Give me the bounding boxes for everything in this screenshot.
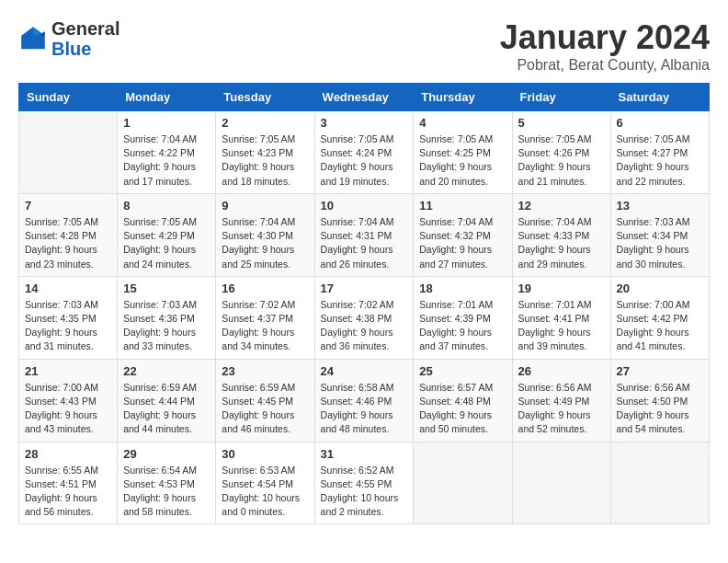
calendar-cell — [610, 442, 709, 524]
calendar-cell: 7Sunrise: 7:05 AMSunset: 4:28 PMDaylight… — [19, 193, 118, 276]
calendar-cell: 21Sunrise: 7:00 AMSunset: 4:43 PMDayligh… — [19, 359, 118, 442]
calendar-cell: 29Sunrise: 6:54 AMSunset: 4:53 PMDayligh… — [118, 442, 216, 524]
calendar-cell: 10Sunrise: 7:04 AMSunset: 4:31 PMDayligh… — [314, 193, 414, 276]
day-info: Sunrise: 7:04 AMSunset: 4:33 PMDaylight:… — [518, 215, 605, 271]
weekday-header: Thursday — [414, 84, 512, 111]
day-number: 26 — [518, 364, 605, 378]
day-info: Sunrise: 6:53 AMSunset: 4:54 PMDaylight:… — [222, 464, 308, 520]
day-number: 28 — [25, 447, 111, 461]
calendar-cell: 4Sunrise: 7:05 AMSunset: 4:25 PMDaylight… — [414, 111, 512, 194]
calendar-cell — [414, 442, 512, 524]
calendar-cell: 18Sunrise: 7:01 AMSunset: 4:39 PMDayligh… — [414, 276, 512, 359]
calendar-cell: 28Sunrise: 6:55 AMSunset: 4:51 PMDayligh… — [19, 442, 118, 524]
calendar-cell: 30Sunrise: 6:53 AMSunset: 4:54 PMDayligh… — [216, 442, 314, 524]
logo: General Blue — [18, 18, 119, 59]
calendar-week-row: 7Sunrise: 7:05 AMSunset: 4:28 PMDaylight… — [19, 193, 710, 276]
day-number: 29 — [123, 447, 210, 461]
calendar-cell: 2Sunrise: 7:05 AMSunset: 4:23 PMDaylight… — [216, 111, 314, 194]
day-number: 25 — [419, 364, 506, 378]
calendar-week-row: 1Sunrise: 7:04 AMSunset: 4:22 PMDaylight… — [19, 111, 710, 194]
logo-blue: Blue — [51, 39, 91, 59]
day-info: Sunrise: 7:02 AMSunset: 4:38 PMDaylight:… — [321, 298, 408, 354]
day-info: Sunrise: 7:05 AMSunset: 4:29 PMDaylight:… — [123, 215, 210, 271]
day-number: 20 — [617, 282, 703, 295]
day-number: 3 — [321, 116, 408, 130]
day-number: 4 — [419, 116, 506, 130]
day-number: 31 — [321, 447, 408, 461]
day-info: Sunrise: 6:52 AMSunset: 4:55 PMDaylight:… — [321, 464, 408, 520]
day-info: Sunrise: 7:04 AMSunset: 4:31 PMDaylight:… — [321, 215, 408, 271]
day-number: 6 — [617, 116, 703, 130]
calendar-cell: 5Sunrise: 7:05 AMSunset: 4:26 PMDaylight… — [512, 111, 610, 194]
calendar-cell: 24Sunrise: 6:58 AMSunset: 4:46 PMDayligh… — [314, 359, 414, 442]
day-number: 7 — [25, 199, 111, 213]
calendar-cell: 1Sunrise: 7:04 AMSunset: 4:22 PMDaylight… — [118, 111, 216, 194]
day-info: Sunrise: 6:56 AMSunset: 4:50 PMDaylight:… — [617, 381, 703, 437]
calendar-table: SundayMondayTuesdayWednesdayThursdayFrid… — [18, 83, 710, 524]
weekday-header: Saturday — [610, 84, 709, 111]
location: Pobrat, Berat County, Albania — [500, 57, 710, 74]
weekday-header: Friday — [512, 84, 610, 111]
calendar-cell: 15Sunrise: 7:03 AMSunset: 4:36 PMDayligh… — [118, 276, 216, 359]
day-info: Sunrise: 6:59 AMSunset: 4:45 PMDaylight:… — [222, 381, 308, 437]
day-info: Sunrise: 7:01 AMSunset: 4:41 PMDaylight:… — [518, 298, 605, 354]
calendar-cell: 9Sunrise: 7:04 AMSunset: 4:30 PMDaylight… — [216, 193, 314, 276]
day-number: 15 — [123, 282, 210, 295]
calendar-cell: 31Sunrise: 6:52 AMSunset: 4:55 PMDayligh… — [314, 442, 414, 524]
logo-general: General — [51, 18, 119, 39]
day-number: 23 — [222, 364, 308, 378]
day-number: 22 — [123, 364, 210, 378]
calendar-week-row: 14Sunrise: 7:03 AMSunset: 4:35 PMDayligh… — [19, 276, 710, 359]
day-number: 11 — [419, 199, 506, 213]
calendar-cell: 27Sunrise: 6:56 AMSunset: 4:50 PMDayligh… — [610, 359, 709, 442]
day-info: Sunrise: 7:05 AMSunset: 4:25 PMDaylight:… — [419, 132, 506, 189]
month-title: January 2024 — [500, 18, 710, 57]
calendar-cell — [19, 111, 118, 194]
day-info: Sunrise: 6:56 AMSunset: 4:49 PMDaylight:… — [518, 381, 605, 437]
day-number: 2 — [222, 116, 308, 130]
day-info: Sunrise: 6:58 AMSunset: 4:46 PMDaylight:… — [321, 381, 408, 437]
day-number: 10 — [321, 199, 408, 213]
day-number: 16 — [222, 282, 308, 295]
calendar-cell: 8Sunrise: 7:05 AMSunset: 4:29 PMDaylight… — [118, 193, 216, 276]
day-info: Sunrise: 6:59 AMSunset: 4:44 PMDaylight:… — [123, 381, 210, 437]
day-info: Sunrise: 7:05 AMSunset: 4:28 PMDaylight:… — [25, 215, 111, 271]
calendar-cell: 17Sunrise: 7:02 AMSunset: 4:38 PMDayligh… — [314, 276, 414, 359]
day-number: 8 — [123, 199, 210, 213]
day-info: Sunrise: 7:02 AMSunset: 4:37 PMDaylight:… — [222, 298, 308, 354]
day-info: Sunrise: 6:55 AMSunset: 4:51 PMDaylight:… — [25, 464, 111, 520]
calendar-week-row: 21Sunrise: 7:00 AMSunset: 4:43 PMDayligh… — [19, 359, 710, 442]
day-number: 27 — [617, 364, 703, 378]
day-info: Sunrise: 7:05 AMSunset: 4:26 PMDaylight:… — [518, 132, 605, 189]
day-info: Sunrise: 7:03 AMSunset: 4:36 PMDaylight:… — [123, 298, 210, 354]
weekday-header: Tuesday — [216, 84, 314, 111]
day-info: Sunrise: 7:03 AMSunset: 4:35 PMDaylight:… — [25, 298, 111, 354]
logo-icon — [18, 24, 48, 53]
day-info: Sunrise: 7:03 AMSunset: 4:34 PMDaylight:… — [617, 215, 703, 271]
weekday-header: Monday — [118, 84, 216, 111]
calendar-cell: 11Sunrise: 7:04 AMSunset: 4:32 PMDayligh… — [414, 193, 512, 276]
calendar-cell: 6Sunrise: 7:05 AMSunset: 4:27 PMDaylight… — [610, 111, 709, 194]
calendar-cell: 14Sunrise: 7:03 AMSunset: 4:35 PMDayligh… — [19, 276, 118, 359]
calendar-cell: 16Sunrise: 7:02 AMSunset: 4:37 PMDayligh… — [216, 276, 314, 359]
day-info: Sunrise: 7:05 AMSunset: 4:23 PMDaylight:… — [222, 132, 308, 189]
calendar-cell: 22Sunrise: 6:59 AMSunset: 4:44 PMDayligh… — [118, 359, 216, 442]
day-number: 14 — [25, 282, 111, 295]
day-number: 17 — [321, 282, 408, 295]
day-number: 24 — [321, 364, 408, 378]
day-number: 21 — [25, 364, 111, 378]
day-info: Sunrise: 6:54 AMSunset: 4:53 PMDaylight:… — [123, 464, 210, 520]
day-number: 18 — [419, 282, 506, 295]
calendar-week-row: 28Sunrise: 6:55 AMSunset: 4:51 PMDayligh… — [19, 442, 710, 524]
logo-text: General Blue — [51, 18, 119, 59]
day-info: Sunrise: 7:05 AMSunset: 4:27 PMDaylight:… — [617, 132, 703, 189]
day-info: Sunrise: 7:04 AMSunset: 4:22 PMDaylight:… — [123, 132, 210, 189]
day-info: Sunrise: 7:04 AMSunset: 4:32 PMDaylight:… — [419, 215, 506, 271]
day-number: 30 — [222, 447, 308, 461]
day-number: 13 — [617, 199, 703, 213]
calendar-cell: 12Sunrise: 7:04 AMSunset: 4:33 PMDayligh… — [512, 193, 610, 276]
day-number: 19 — [518, 282, 605, 295]
page-header: General Blue January 2024 Pobrat, Berat … — [18, 18, 710, 74]
day-number: 1 — [123, 116, 210, 130]
day-number: 12 — [518, 199, 605, 213]
